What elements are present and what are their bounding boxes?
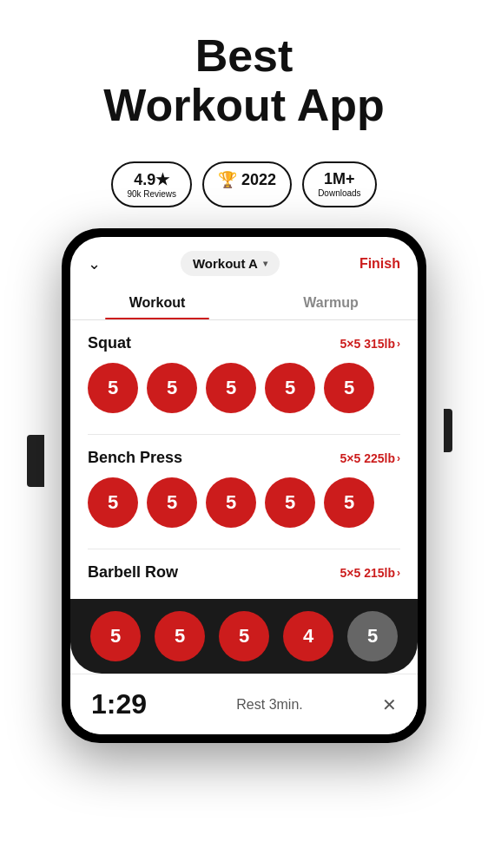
bench-rep-4[interactable]: 5 — [265, 477, 315, 528]
downloads-sub: Downloads — [318, 188, 360, 198]
chevron-down-icon[interactable]: ⌄ — [88, 254, 101, 273]
phone-screen: ⌄ Workout A ▾ Finish Workout Warmup Squa… — [70, 237, 418, 734]
bench-press-sets: 5×5 225lb — [340, 451, 395, 465]
squat-rep-5[interactable]: 5 — [324, 363, 374, 413]
app-header-bar: ⌄ Workout A ▾ Finish — [70, 237, 418, 283]
phone-power-button — [444, 409, 452, 452]
bottom-rep-3[interactable]: 5 — [219, 611, 269, 661]
bench-press-name: Bench Press — [88, 449, 182, 467]
rating-value: 4.9★ — [134, 170, 169, 189]
squat-chevron-icon: › — [397, 338, 400, 350]
phone-frame: ⌄ Workout A ▾ Finish Workout Warmup Squa… — [62, 228, 426, 743]
barbell-row-info[interactable]: 5×5 215lb › — [340, 566, 400, 580]
bottom-rep-2[interactable]: 5 — [155, 611, 205, 661]
bottom-rep-1[interactable]: 5 — [90, 611, 141, 661]
caret-icon: ▾ — [263, 259, 267, 268]
bench-rep-2[interactable]: 5 — [147, 477, 197, 528]
award-badge: 🏆 2022 — [202, 161, 292, 207]
barbell-row-header: Barbell Row 5×5 215lb › — [88, 563, 400, 582]
bench-press-section: Bench Press 5×5 225lb › 5 5 5 5 5 — [70, 435, 418, 549]
downloads-badge: 1M+ Downloads — [302, 161, 376, 207]
bench-rep-5[interactable]: 5 — [324, 477, 374, 528]
bottom-rep-5[interactable]: 5 — [347, 611, 398, 661]
close-icon[interactable]: ✕ — [382, 694, 397, 715]
barbell-row-section: Barbell Row 5×5 215lb › — [70, 549, 418, 599]
bench-rep-1[interactable]: 5 — [88, 477, 138, 528]
squat-name: Squat — [88, 334, 131, 352]
workout-selector[interactable]: Workout A ▾ — [181, 251, 280, 276]
squat-reps-row: 5 5 5 5 5 — [88, 363, 400, 413]
bench-press-info[interactable]: 5×5 225lb › — [340, 451, 400, 465]
badges-row: 4.9★ 90k Reviews 🏆 2022 1M+ Downloads — [111, 161, 376, 207]
squat-rep-3[interactable]: 5 — [206, 363, 256, 413]
timer-label: Rest 3min. — [236, 697, 302, 713]
award-value: 🏆 2022 — [218, 170, 276, 189]
workout-selector-label: Workout A — [193, 256, 258, 271]
squat-sets: 5×5 315lb — [340, 337, 395, 351]
bench-press-header: Bench Press 5×5 225lb › — [88, 449, 400, 467]
barbell-row-chevron-icon: › — [397, 567, 400, 579]
barbell-row-sets: 5×5 215lb — [340, 566, 395, 580]
barbell-row-name: Barbell Row — [88, 563, 178, 582]
bottom-rep-4[interactable]: 4 — [283, 611, 333, 661]
bench-press-chevron-icon: › — [397, 452, 400, 464]
page-title: Best Workout App — [103, 31, 385, 130]
finish-button[interactable]: Finish — [359, 256, 400, 272]
rating-sub: 90k Reviews — [127, 189, 176, 199]
bottom-reps-row: 5 5 5 4 5 — [88, 611, 400, 661]
phone-mockup: ⌄ Workout A ▾ Finish Workout Warmup Squa… — [44, 228, 444, 743]
phone-volume-button — [27, 435, 44, 487]
squat-info[interactable]: 5×5 315lb › — [340, 337, 400, 351]
tab-bar: Workout Warmup — [70, 286, 418, 320]
bench-rep-3[interactable]: 5 — [206, 477, 256, 528]
rest-timer-bar: 1:29 Rest 3min. ✕ — [70, 674, 418, 734]
header-section: Best Workout App — [86, 0, 402, 148]
squat-header: Squat 5×5 315lb › — [88, 334, 400, 352]
squat-rep-2[interactable]: 5 — [147, 363, 197, 413]
tab-warmup[interactable]: Warmup — [244, 286, 418, 319]
squat-section: Squat 5×5 315lb › 5 5 5 5 5 — [70, 320, 418, 434]
bottom-reps-bar: 5 5 5 4 5 — [70, 599, 418, 674]
timer-time: 1:29 — [91, 688, 147, 720]
tab-workout[interactable]: Workout — [70, 286, 244, 319]
bench-press-reps-row: 5 5 5 5 5 — [88, 477, 400, 528]
squat-rep-4[interactable]: 5 — [265, 363, 315, 413]
squat-rep-1[interactable]: 5 — [88, 363, 138, 413]
downloads-value: 1M+ — [324, 170, 355, 188]
rating-badge: 4.9★ 90k Reviews — [111, 161, 192, 207]
